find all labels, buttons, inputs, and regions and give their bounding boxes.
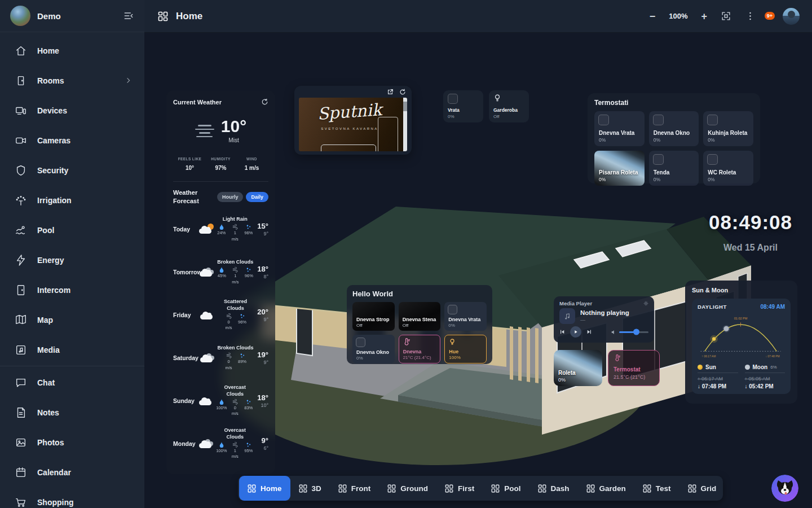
- solar-noon-label: 01:02 PM: [734, 317, 748, 320]
- tile-pisarna-roleta[interactable]: Pisarna Roleta0%: [594, 151, 645, 186]
- clouds-icon: [198, 439, 215, 449]
- sidebar-item-notes[interactable]: Notes: [0, 397, 144, 427]
- tab-ground[interactable]: Ground: [379, 476, 436, 501]
- tile-dnevna-okno[interactable]: Dnevna Okno0%: [352, 335, 395, 364]
- tile-kuhinja-roleta[interactable]: Kuhinja Roleta0%: [703, 111, 753, 146]
- termostati-panel: Termostati Dnevna Vrata0% Dnevna Okno0% …: [588, 93, 760, 183]
- volume-knob[interactable]: [633, 329, 639, 335]
- dog-avatar-icon: [771, 475, 798, 502]
- workspace-avatar[interactable]: [10, 6, 30, 26]
- embed-scrollbar[interactable]: [403, 98, 407, 151]
- sidebar-item-chat[interactable]: Chat: [0, 367, 144, 397]
- sidebar-item-label: Security: [37, 166, 68, 175]
- zoom-out-button[interactable]: −: [650, 11, 656, 21]
- tile-garderoba[interactable]: Garderoba Off: [489, 90, 529, 122]
- current-time: 08:49 AM: [760, 304, 785, 310]
- daylight-label: DAYLIGHT: [698, 304, 727, 310]
- tab-hourly[interactable]: Hourly: [217, 192, 244, 202]
- media-icon: [15, 344, 27, 356]
- embedded-page-preview[interactable]: Sputnik SVETOVNA KAVARNA: [299, 98, 407, 151]
- tab-first[interactable]: First: [436, 476, 483, 501]
- tile-wc-roleta[interactable]: WC Roleta0%: [703, 151, 753, 186]
- tile-termostat[interactable]: Termostat 21.5°C (21°C): [608, 350, 660, 386]
- sidebar-item-photos[interactable]: Photos: [0, 427, 144, 457]
- tile-dnevna-okno[interactable]: Dnevna Okno0%: [649, 111, 699, 146]
- sidebar-item-label: Photos: [37, 438, 64, 447]
- sidebar-item-devices[interactable]: Devices: [0, 95, 144, 125]
- fit-screen-icon[interactable]: [721, 11, 731, 21]
- shutter-icon: [707, 115, 718, 125]
- sidebar-item-cameras[interactable]: Cameras: [0, 125, 144, 155]
- refresh-icon[interactable]: [399, 89, 406, 95]
- tile-dnevna-stena[interactable]: Dnevna StenaOff: [399, 302, 441, 331]
- sidebar-item-label: Devices: [37, 106, 67, 115]
- humidity-stat: 89%: [237, 353, 248, 370]
- door-icon: [15, 75, 27, 87]
- wind-stat: 1m/s: [230, 224, 241, 242]
- sidebar-item-security[interactable]: Security: [0, 155, 144, 185]
- swimmer-icon: [15, 224, 27, 237]
- tab-grid[interactable]: Grid: [679, 476, 725, 501]
- refresh-icon[interactable]: [261, 98, 268, 106]
- sidebar-item-irrigation[interactable]: Irrigation: [0, 185, 144, 215]
- sidebar-item-intercom[interactable]: Intercom: [0, 275, 144, 305]
- dashboard-grid-icon: [445, 484, 453, 493]
- moonrise-time: ↑ 05:05 AM: [745, 376, 785, 382]
- gear-icon[interactable]: [643, 301, 648, 306]
- tile-vrata[interactable]: Vrata 0%: [443, 90, 483, 122]
- sidebar-item-energy[interactable]: Energy: [0, 245, 144, 275]
- tab-garden[interactable]: Garden: [578, 476, 634, 501]
- assistant-avatar[interactable]: [771, 475, 798, 502]
- tile-tenda[interactable]: Tenda0%: [649, 151, 699, 186]
- chat-icon: [15, 376, 27, 389]
- tile-dnevna-thermostat[interactable]: Dnevna21°C (21.4°C): [399, 335, 441, 364]
- shutter-icon: [448, 305, 457, 314]
- humidity-stat: 96%: [243, 267, 254, 284]
- precip-stat: 100%: [216, 442, 227, 459]
- humidity-stat: 96%: [237, 313, 248, 331]
- sidebar-collapse-icon[interactable]: [123, 10, 134, 21]
- sidebar-item-map[interactable]: Map: [0, 305, 144, 335]
- sun-marker: [712, 337, 716, 340]
- volume-slider[interactable]: [619, 331, 648, 333]
- tab-home[interactable]: Home: [239, 476, 290, 501]
- tab-dash[interactable]: Dash: [529, 476, 578, 501]
- moon-marker: [723, 326, 729, 331]
- forecast-rows: Today Light Rain 24% 1m/s 96% 15°9° Tomo…: [173, 208, 268, 465]
- sidebar-item-pool[interactable]: Pool: [0, 215, 144, 245]
- sidebar-item-home[interactable]: Home: [0, 36, 144, 65]
- hello-world-panel: Hello World Dnevna StropOff Dnevna Stena…: [347, 285, 492, 364]
- wind-icon: [232, 267, 238, 273]
- tab-test[interactable]: Test: [634, 476, 679, 501]
- weather-card: Current Weather 10° Mist FEELS LIKE10° H…: [166, 90, 275, 474]
- dashboard-grid-icon: [299, 484, 307, 493]
- tile-roleta[interactable]: Roleta 0%: [554, 350, 602, 386]
- media-player-title: Media Player: [559, 300, 592, 306]
- tab-daily[interactable]: Daily: [246, 192, 268, 202]
- next-track-icon[interactable]: [586, 329, 592, 335]
- clouds-icon: [200, 353, 217, 363]
- sidebar-item-rooms[interactable]: Rooms: [0, 65, 144, 95]
- tile-dnevna-vrata[interactable]: Dnevna Vrata0%: [594, 111, 645, 146]
- cart-icon: [15, 496, 27, 508]
- tab-front[interactable]: Front: [330, 476, 379, 501]
- tile-dnevna-vrata[interactable]: Dnevna Vrata0%: [444, 302, 487, 331]
- tile-hue[interactable]: Hue100%: [444, 335, 487, 364]
- sidebar-item-calendar[interactable]: Calendar: [0, 457, 144, 487]
- previous-track-icon[interactable]: [559, 329, 565, 335]
- tab-3d[interactable]: 3D: [290, 476, 330, 501]
- tab-pool[interactable]: Pool: [483, 476, 529, 501]
- play-button[interactable]: [570, 326, 581, 338]
- divider: [173, 181, 268, 182]
- sidebar-item-media[interactable]: Media: [0, 335, 144, 365]
- document-icon: [15, 406, 27, 419]
- shield-icon: [15, 164, 27, 177]
- kebab-menu-icon[interactable]: [745, 11, 756, 21]
- user-avatar[interactable]: [783, 8, 800, 25]
- sidebar-item-label: Calendar: [37, 468, 71, 477]
- tile-dnevna-strop[interactable]: Dnevna StropOff: [352, 302, 395, 331]
- sidebar-item-shopping[interactable]: Shopping: [0, 487, 144, 508]
- wind-stat: 0m/s: [223, 353, 235, 370]
- open-external-icon[interactable]: [387, 89, 394, 95]
- zoom-in-button[interactable]: +: [701, 11, 707, 21]
